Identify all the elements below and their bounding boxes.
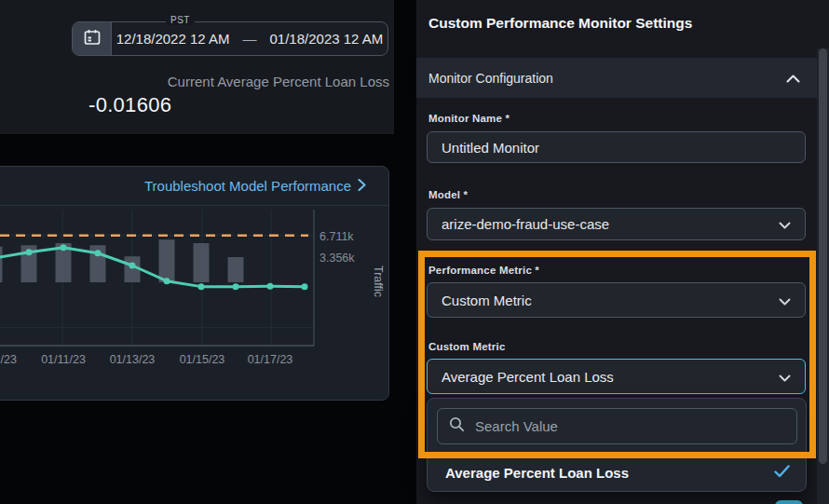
model-select[interactable]: arize-demo-fraud-use-case <box>427 208 806 240</box>
performance-metric-select[interactable]: Custom Metric <box>427 282 806 318</box>
monitor-name-label: Monitor Name * <box>428 113 510 124</box>
monitor-settings-panel: Custom Performance Monitor Settings Moni… <box>416 0 829 504</box>
search-icon <box>449 416 465 436</box>
chevron-down-icon <box>779 216 791 232</box>
current-metric-value: -0.01606 <box>88 93 171 117</box>
custom-metric-label: Custom Metric <box>428 341 505 352</box>
svg-text:01/17/23: 01/17/23 <box>248 353 293 366</box>
date-range-start[interactable]: 12/18/2022 12 AM <box>116 31 230 47</box>
performance-metric-label: Performance Metric * <box>428 265 539 276</box>
search-value-input[interactable] <box>475 418 785 434</box>
chevron-up-icon <box>786 71 800 86</box>
custom-metric-select[interactable]: Average Percent Loan Loss <box>427 359 806 394</box>
panel-title: Custom Performance Monitor Settings <box>428 15 692 32</box>
svg-text:01/15/23: 01/15/23 <box>180 353 225 366</box>
chart-card-header: Troubleshoot Model Performance <box>0 167 388 206</box>
dropdown-search-box[interactable] <box>437 408 797 444</box>
svg-text:Traffic: Traffic <box>372 266 384 297</box>
chevron-down-icon <box>779 369 791 385</box>
model-label: Model * <box>428 189 468 200</box>
calendar-button[interactable] <box>73 22 112 55</box>
monitor-name-input[interactable]: Untitled Monitor <box>427 131 806 163</box>
calendar-icon <box>83 28 102 50</box>
current-metric-label: Current Average Percent Loan Loss <box>168 74 389 89</box>
custom-metric-dropdown: Average Percent Loan Loss <box>427 398 807 492</box>
timezone-label: PST <box>166 15 195 25</box>
section-label: Monitor Configuration <box>428 71 553 86</box>
monitor-configuration-section-header[interactable]: Monitor Configuration <box>416 58 817 98</box>
svg-text:01/13/23: 01/13/23 <box>110 353 156 366</box>
check-icon <box>774 465 790 481</box>
chevron-down-icon <box>779 293 791 308</box>
summary-card: PST 12/18/2022 12 AM — 01/18/2023 12 AM … <box>0 0 394 134</box>
svg-text:/23: /23 <box>1 353 17 366</box>
chevron-right-icon <box>358 178 366 194</box>
partially-visible-button[interactable] <box>775 500 803 504</box>
date-range-separator: — <box>243 31 257 47</box>
troubleshoot-model-performance-link[interactable]: Troubleshoot Model Performance <box>144 178 366 194</box>
date-range-picker[interactable]: 12/18/2022 12 AM — 01/18/2023 12 AM <box>72 21 388 56</box>
svg-text:6.711k: 6.711k <box>319 230 354 243</box>
scrollbar-thumb[interactable] <box>819 48 827 464</box>
date-range-end[interactable]: 01/18/2023 12 AM <box>270 31 384 47</box>
svg-text:01/11/23: 01/11/23 <box>41 353 86 366</box>
traffic-performance-chart: 6.711k3.356kTraffic/2301/11/2301/13/2301… <box>0 205 384 368</box>
dropdown-option-average-percent-loan-loss[interactable]: Average Percent Loan Loss <box>428 454 806 491</box>
svg-text:3.356k: 3.356k <box>319 252 355 265</box>
